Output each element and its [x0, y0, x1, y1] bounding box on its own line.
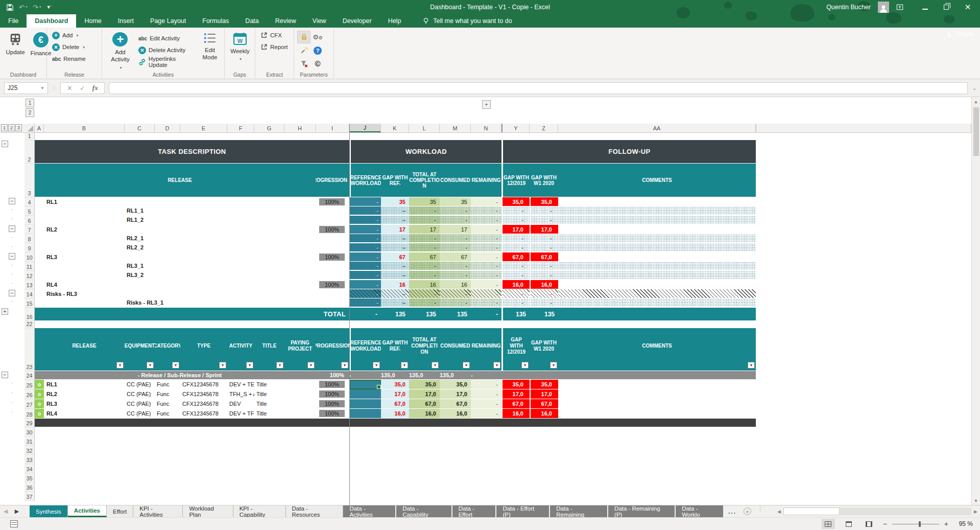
header-total-at-completion[interactable]: TOTAL AT COMPLETION▼	[409, 328, 440, 371]
sheet-tab[interactable]: Data - Activities	[343, 505, 396, 517]
delete-release-button[interactable]: ✕ Delete▾	[50, 41, 99, 53]
cell-gap-12-2019[interactable]: 67,0	[501, 399, 530, 409]
filter-button[interactable]: ▼	[493, 362, 500, 368]
cell[interactable]	[35, 234, 44, 243]
row-header[interactable]: 9	[25, 243, 35, 252]
zoom-out-icon[interactable]: −	[883, 520, 887, 528]
ribbon-tab[interactable]: Insert	[110, 14, 142, 28]
filter-button[interactable]: ▼	[341, 362, 348, 368]
cell-gap-12-2019[interactable]: -	[501, 206, 530, 216]
ribbon-tab[interactable]: Data	[237, 14, 267, 28]
cell-total-at-completion[interactable]: 16	[409, 280, 440, 289]
cell-consumed[interactable]: 16,0	[440, 409, 471, 419]
cell-reference-workload[interactable]: -	[349, 262, 381, 271]
restore-button[interactable]	[939, 4, 953, 11]
outline-toggle-icon[interactable]: −	[9, 253, 15, 260]
filter-button[interactable]: ▼	[432, 362, 439, 368]
header-progression[interactable]: PROGRESSION▼	[316, 328, 349, 371]
outline-toggle-icon[interactable]: −	[9, 198, 15, 204]
cell-category[interactable]: Func	[155, 409, 180, 419]
cell-status[interactable]: o	[35, 399, 44, 409]
cell-consumed[interactable]: 67	[440, 252, 471, 262]
sheet-tab[interactable]: KPI - Activities	[133, 505, 183, 517]
cell[interactable]	[35, 436, 971, 446]
cell-total-at-completion[interactable]: -	[409, 243, 440, 252]
outline-toggle-icon[interactable]: ·	[9, 409, 15, 416]
column-header[interactable]: Z	[530, 124, 558, 132]
cell-consumed[interactable]: 17	[440, 225, 471, 234]
cell-comments[interactable]	[558, 197, 756, 206]
cell-progression[interactable]: 100%	[316, 252, 349, 262]
cell-paying-project[interactable]	[284, 399, 316, 409]
column-header[interactable]: K	[381, 124, 409, 132]
cell-reference-workload[interactable]	[349, 409, 381, 419]
cell-gap-with-ref[interactable]: –	[381, 243, 409, 252]
filter-button[interactable]: ▼	[246, 362, 253, 368]
row-header[interactable]: 10	[25, 252, 35, 262]
cell-remaining[interactable]: -	[471, 252, 501, 262]
row-outline-level-1[interactable]: 1	[1, 124, 8, 131]
cell[interactable]	[35, 455, 971, 464]
sheet-tab[interactable]: Workload Plan	[183, 505, 233, 517]
customize-qat-icon[interactable]: ▼̄	[46, 5, 51, 10]
cell-reference-workload[interactable]: -	[349, 225, 381, 234]
cell-gap-with-ref[interactable]: –	[381, 234, 409, 243]
cell-activity[interactable]: TFH_S + Ana	[227, 389, 254, 399]
row-header[interactable]: 32	[25, 446, 35, 455]
row-header[interactable]: 37	[25, 492, 35, 501]
user-name[interactable]: Quentin Bucher	[826, 4, 871, 11]
cell-release[interactable]: RL2	[44, 389, 125, 399]
cell-gap-w1-2020[interactable]: -	[530, 206, 558, 216]
help-button[interactable]: ?	[311, 44, 324, 57]
row-header[interactable]: 2	[25, 140, 35, 164]
column-expand-button[interactable]: +	[482, 100, 491, 109]
cell-consumed[interactable]: -	[440, 289, 471, 298]
cell-category[interactable]: Func	[155, 399, 180, 409]
cell-release-name[interactable]: Risks - RL3	[44, 289, 316, 298]
macro-record-icon[interactable]	[10, 520, 18, 527]
cell[interactable]	[501, 371, 530, 380]
cell-comments[interactable]	[558, 280, 756, 289]
filter-button[interactable]: ▼	[147, 362, 154, 368]
zoom-level[interactable]: 95 %	[955, 520, 973, 527]
row-header[interactable]: 15	[25, 298, 35, 308]
cell-type[interactable]: CFX12345678	[180, 380, 227, 389]
filter-button[interactable]: ▼	[373, 362, 380, 368]
cell-release-name[interactable]: RL3_2	[44, 271, 316, 280]
total-at-completion[interactable]: 135	[409, 308, 440, 321]
minimize-button[interactable]	[918, 4, 932, 11]
row-outline-level-2[interactable]: 2	[8, 124, 15, 131]
cell[interactable]	[558, 371, 756, 380]
cell-gap-12-2019[interactable]: 17,0	[501, 225, 530, 234]
cell-progression[interactable]	[316, 271, 349, 280]
cell-reference-workload[interactable]: -	[349, 271, 381, 280]
row-header[interactable]: 8	[25, 234, 35, 243]
formula-bar-expand-icon[interactable]: ⌄	[969, 85, 980, 91]
cell-gap-12-2019[interactable]: -	[501, 271, 530, 280]
cell-progression[interactable]: 100%	[316, 399, 349, 409]
header-type[interactable]: TYPE▼	[180, 328, 227, 371]
row-header[interactable]: 6	[25, 216, 35, 225]
cell[interactable]	[35, 289, 44, 298]
cell-reference-workload[interactable]	[349, 399, 381, 409]
header-release[interactable]: RELEASE▼	[44, 328, 125, 371]
cell-gap-w1-2020[interactable]: -	[530, 271, 558, 280]
total-gap-with-ref[interactable]: 135	[381, 308, 409, 321]
scroll-down-icon[interactable]: ▼	[974, 496, 978, 505]
filter-button[interactable]: ▼	[116, 362, 124, 368]
column-header[interactable]: Y	[501, 124, 530, 132]
column-header[interactable]: G	[254, 124, 284, 132]
row-header[interactable]: 1	[25, 133, 35, 140]
outline-expand-icon[interactable]: +	[2, 308, 8, 315]
cell-paying-project[interactable]	[284, 380, 316, 389]
cell-consumed[interactable]: -	[440, 216, 471, 225]
cell-total-at-completion[interactable]: 35,0	[409, 380, 440, 389]
outline-collapse-icon[interactable]: −	[2, 372, 8, 378]
edit-mode-button[interactable]: EditMode	[199, 30, 221, 71]
cell-reference-workload[interactable]: -	[349, 298, 381, 308]
cell-release-name[interactable]: RL2_2	[44, 243, 316, 252]
cell-progression[interactable]	[316, 243, 349, 252]
cell[interactable]	[35, 271, 44, 280]
header-progression[interactable]: PROGRESSION	[316, 164, 349, 197]
total-gap-12-2019[interactable]: 135	[501, 308, 530, 321]
